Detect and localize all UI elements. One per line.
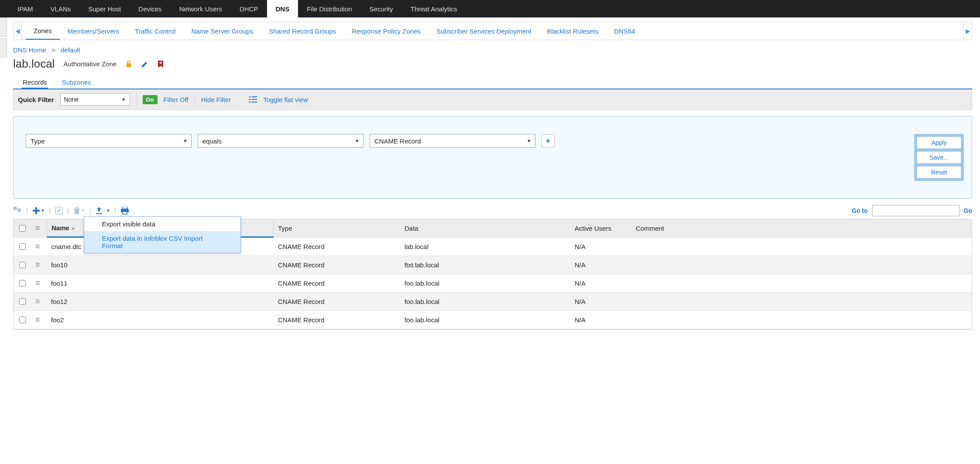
add-button[interactable]: ▼ (32, 207, 45, 215)
subtab-shared-record-groups[interactable]: Shared Record Groups (261, 22, 344, 40)
goto-label[interactable]: Go to (852, 207, 868, 214)
filter-field-select[interactable]: Type ▼ (26, 134, 192, 148)
export-menu: Export visible data Export data in Infob… (84, 216, 241, 253)
row-checkbox[interactable] (19, 298, 26, 305)
quick-filter-select[interactable]: None ▼ (60, 93, 130, 106)
row-checkbox[interactable] (19, 262, 26, 268)
hide-filter-link[interactable]: Hide Filter (201, 96, 231, 103)
topnav-item-security[interactable]: Security (361, 0, 402, 17)
record-tabs: Records Subzones (13, 75, 972, 89)
topnav-item-network-users[interactable]: Network Users (171, 0, 231, 17)
topnav-item-dns[interactable]: DNS (267, 0, 298, 17)
topnav-item-devices[interactable]: Devices (130, 0, 170, 17)
subtab-dns64[interactable]: DNS64 (606, 22, 643, 40)
subtab-blacklist-rulesets[interactable]: Blacklist Rulesets (539, 22, 607, 40)
left-panel-toggle-2[interactable] (0, 38, 7, 58)
filter-field-value: Type (31, 137, 45, 145)
edit-icon[interactable] (141, 60, 149, 68)
filter-value-value: CNAME Record (374, 137, 421, 145)
subtab-traffic-control[interactable]: Traffic Control (127, 22, 183, 40)
breadcrumb-current[interactable]: default (61, 46, 80, 54)
goto-area: Go to Go (852, 205, 972, 216)
filter-off-link[interactable]: Filter Off (164, 96, 188, 103)
row-menu-icon[interactable]: ≡ (31, 242, 47, 251)
add-filter-button[interactable]: + (541, 134, 555, 147)
breadcrumb-sep: > (48, 46, 59, 54)
tab-subzones[interactable]: Subzones (61, 75, 92, 89)
table-row[interactable]: ≡foo11CNAME Recordfoo.lab.localN/A (14, 274, 972, 293)
chevron-down-icon: ▼ (81, 208, 85, 213)
topnav-item-super-host[interactable]: Super Host (79, 0, 130, 17)
subtab-members-servers[interactable]: Members/Servers (60, 22, 127, 40)
tab-records[interactable]: Records (22, 75, 48, 89)
lock-icon[interactable] (125, 60, 132, 68)
filter-op-select[interactable]: equals ▼ (198, 134, 363, 148)
svg-rect-1 (17, 208, 21, 212)
chevron-down-icon: ▼ (121, 97, 126, 102)
row-active: N/A (570, 298, 631, 305)
export-csv-item[interactable]: Export data in Infoblox CSV Import Forma… (84, 231, 240, 253)
left-panel-toggle-1[interactable] (0, 17, 7, 37)
go-button[interactable]: Go (964, 207, 972, 214)
subtab-scroll-right[interactable]: ▶ (963, 22, 972, 40)
row-name: foo2 (47, 316, 274, 324)
table-row[interactable]: ≡foo2CNAME Recordfoo.lab.localN/A (14, 311, 972, 329)
export-visible-item[interactable]: Export visible data (84, 217, 240, 231)
topnav-item-ipam[interactable]: IPAM (9, 0, 42, 17)
bookmark-icon[interactable] (158, 60, 164, 68)
filter-value-select[interactable]: CNAME Record ▼ (370, 134, 535, 148)
subtab-response-policy-zones[interactable]: Response Policy Zones (344, 22, 428, 40)
topnav-item-file-distribution[interactable]: File Distribution (298, 0, 360, 17)
row-name: foo10 (47, 261, 274, 269)
goto-input[interactable] (872, 205, 959, 216)
toggle-flat-view-link[interactable]: Toggle flat view (263, 96, 308, 103)
export-button[interactable]: ▼ Export visible data Export data in Inf… (95, 207, 110, 215)
quick-filter-bar: Quick Filter None ▼ On Filter Off Hide F… (13, 89, 972, 110)
sort-asc-icon: ▲ (71, 225, 75, 230)
row-active: N/A (570, 280, 631, 287)
row-name: foo12 (47, 298, 274, 305)
subtab-name-server-groups[interactable]: Name Server Groups (183, 22, 261, 40)
sub-tab-bar: ◀ ZonesMembers/ServersTraffic ControlNam… (13, 22, 972, 40)
header-menu-icon[interactable]: ≡ (31, 224, 47, 233)
select-all-checkbox[interactable] (19, 225, 26, 232)
column-type[interactable]: Type (274, 225, 400, 232)
row-checkbox[interactable] (19, 317, 26, 323)
subtab-zones[interactable]: Zones (26, 22, 60, 40)
row-active: N/A (570, 316, 631, 324)
save-button[interactable]: Save... (917, 151, 961, 164)
row-checkbox[interactable] (19, 280, 26, 287)
row-menu-icon[interactable]: ≡ (31, 297, 47, 306)
svg-rect-3 (122, 207, 127, 209)
row-data: foo.lab.local (400, 298, 570, 305)
row-type: CNAME Record (274, 243, 400, 250)
filter-editor: Type ▼ equals ▼ CNAME Record ▼ + Apply S… (13, 116, 972, 199)
flat-view-icon (249, 96, 257, 102)
column-name-label: Name (51, 224, 69, 232)
reset-button[interactable]: Reset (917, 166, 961, 178)
table-row[interactable]: ≡foo12CNAME Recordfoo.lab.localN/A (14, 293, 972, 311)
breadcrumb: DNS Home > default (13, 40, 972, 57)
topnav-item-dhcp[interactable]: DHCP (231, 0, 267, 17)
filter-on-badge[interactable]: On (143, 95, 158, 104)
chevron-down-icon: ▼ (355, 138, 360, 143)
row-checkbox[interactable] (19, 243, 26, 250)
column-data[interactable]: Data (400, 225, 570, 232)
topnav-item-vlans[interactable]: VLANs (42, 0, 80, 17)
print-button[interactable] (120, 207, 129, 215)
subtab-subscriber-services-deployment[interactable]: Subscriber Services Deployment (428, 22, 539, 40)
separator: | (89, 207, 92, 214)
separator: | (66, 207, 70, 214)
column-active[interactable]: Active Users (570, 225, 631, 232)
quick-filter-value: None (64, 96, 79, 103)
breadcrumb-home[interactable]: DNS Home (13, 46, 46, 54)
row-menu-icon[interactable]: ≡ (31, 315, 47, 324)
column-comment[interactable]: Comment (631, 225, 972, 232)
row-menu-icon[interactable]: ≡ (31, 279, 47, 288)
row-menu-icon[interactable]: ≡ (31, 260, 47, 270)
apply-button[interactable]: Apply (917, 136, 961, 149)
subtab-scroll-left[interactable]: ◀ (13, 22, 22, 40)
topnav-item-threat-analytics[interactable]: Threat Analytics (402, 0, 466, 17)
table-row[interactable]: ≡foo10CNAME Recordftxt.lab.localN/A (14, 256, 972, 274)
tree-expand-icon (13, 207, 22, 215)
